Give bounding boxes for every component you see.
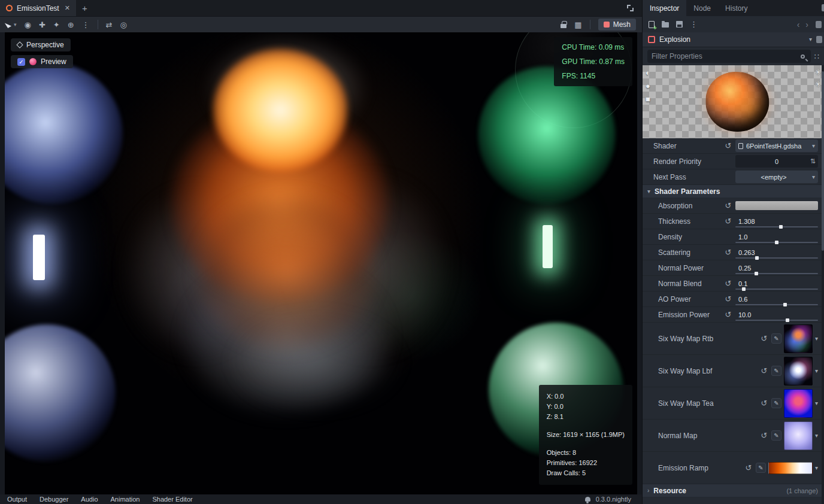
revert-icon[interactable]: ↺ [759, 431, 769, 440]
revert-icon[interactable]: ↺ [723, 248, 733, 257]
texture-thumbnail-rtb[interactable] [784, 324, 813, 353]
edit-resource-icon[interactable]: ✎ [771, 366, 781, 376]
revert-icon[interactable]: ↺ [723, 294, 733, 303]
density-slider[interactable]: 1.0 [735, 231, 818, 243]
new-resource-icon[interactable] [649, 21, 655, 28]
bottom-panel-audio[interactable]: Audio [81, 496, 98, 503]
focus-tool-icon[interactable]: ◎ [120, 21, 127, 29]
preview-box-icon[interactable]: ■ [646, 95, 650, 104]
mesh-mode-button[interactable]: Mesh [598, 19, 636, 31]
scattering-slider[interactable]: 0.263 [735, 247, 818, 259]
texture-thumbnail-normal-map[interactable] [784, 421, 813, 450]
select-tool-dropdown-icon[interactable]: ▾ [14, 22, 17, 28]
scrollbar-thumb[interactable] [822, 71, 824, 251]
emission-power-slider[interactable]: 10.0 [735, 309, 818, 321]
shader-resource-picker[interactable]: 6PointTestH.gdsha ▾ [735, 139, 818, 152]
revert-icon[interactable]: ↺ [723, 201, 733, 210]
normal-power-slider[interactable]: 0.25 [735, 262, 818, 274]
edit-resource-icon[interactable]: ✎ [771, 398, 781, 408]
toolbar-menu-icon[interactable]: ⋮ [82, 21, 90, 29]
resource-menu-icon[interactable]: ⋮ [690, 20, 698, 28]
revert-icon[interactable]: ↺ [744, 463, 753, 472]
revert-icon[interactable]: ↺ [723, 217, 733, 226]
filter-properties-box[interactable] [647, 50, 811, 63]
chevron-down-icon[interactable]: ▾ [815, 465, 818, 471]
tab-inspector[interactable]: Inspector [643, 0, 686, 16]
preview-light2-icon[interactable]: ✳ [815, 80, 821, 89]
move-tool-icon[interactable]: ✚ [39, 21, 46, 29]
slider-grabber[interactable] [742, 287, 746, 291]
chevron-down-icon[interactable]: ▾ [815, 433, 818, 439]
spinner-arrows-icon[interactable]: ⇅ [810, 157, 816, 165]
blue-light-sphere-top [5, 63, 123, 204]
property-tools-icon[interactable]: ∷ [814, 52, 819, 61]
section-resource[interactable]: › Resource (1 change) [643, 484, 824, 497]
scene-tab-emissiontest[interactable]: EmissionTest ✕ [0, 0, 76, 16]
history-back-icon[interactable]: ‹ [797, 20, 800, 29]
bottom-panel-output[interactable]: Output [7, 496, 27, 503]
tab-node[interactable]: Node [686, 0, 718, 16]
viewport-3d[interactable]: Perspective ✓ Preview CPU Time: 0.09 ms … [5, 32, 637, 494]
chevron-down-icon[interactable]: ▾ [809, 37, 812, 42]
expand-viewport-icon[interactable] [627, 5, 634, 11]
flare-tool-icon[interactable]: ✦ [53, 21, 60, 29]
slider-grabber[interactable] [779, 225, 783, 229]
preview-light1-icon[interactable]: ✳ [815, 68, 821, 77]
texture-thumbnail-lbf[interactable] [784, 357, 813, 385]
section-shader-parameters[interactable]: ▾ Shader Parameters [643, 185, 824, 198]
preview-light-icon[interactable]: ◐ [646, 68, 650, 77]
next-pass-picker[interactable]: <empty> ▾ [735, 171, 818, 183]
filter-properties-input[interactable] [652, 52, 798, 60]
chevron-down-icon[interactable]: ▾ [815, 400, 818, 406]
load-resource-icon[interactable] [662, 22, 669, 28]
close-tab-icon[interactable]: ✕ [65, 4, 70, 12]
shader-file-name: 6PointTestH.gdsha [746, 142, 809, 150]
add-tab-button[interactable]: + [76, 0, 93, 16]
preview-sphere-icon[interactable]: ● [646, 81, 650, 90]
gradient-ramp-thumbnail[interactable] [768, 462, 813, 474]
save-resource-icon[interactable] [676, 21, 683, 28]
slider-grabber[interactable] [775, 241, 778, 244]
revert-icon[interactable]: ↺ [723, 279, 733, 288]
absorption-color-swatch[interactable] [735, 201, 818, 210]
transform-snap-icon[interactable]: ⇄ [106, 21, 113, 29]
ao-power-slider[interactable]: 0.6 [735, 293, 818, 305]
inspector-scrollbar[interactable] [822, 65, 824, 504]
edit-resource-icon[interactable]: ✎ [771, 333, 781, 344]
edit-resource-icon[interactable]: ✎ [771, 430, 781, 441]
texture-thumbnail-tea[interactable] [784, 389, 813, 418]
slider-grabber[interactable] [755, 272, 758, 275]
bottom-panel-animation[interactable]: Animation [111, 496, 140, 503]
revert-icon[interactable]: ↺ [759, 334, 769, 343]
notification-bell-icon[interactable] [585, 497, 590, 502]
chevron-down-icon[interactable]: ▾ [815, 368, 818, 374]
environment-tool-icon[interactable]: ⊕ [68, 21, 74, 29]
material-preview-toggle[interactable]: ✓ Preview [11, 55, 73, 68]
chevron-down-icon[interactable]: ▾ [815, 336, 818, 342]
normal-blend-slider[interactable]: 0.1 [735, 278, 818, 290]
history-forward-icon[interactable]: › [805, 20, 808, 29]
revert-icon[interactable]: ↺ [723, 310, 733, 319]
slider-grabber[interactable] [755, 256, 759, 260]
revert-icon[interactable]: ↺ [723, 141, 733, 150]
edited-object-row[interactable]: Explosion ▾ [643, 32, 824, 47]
slider-grabber[interactable] [783, 303, 787, 306]
render-priority-spinbox[interactable]: 0 ⇅ [735, 155, 818, 168]
snap-grid-icon[interactable]: ▦ [574, 21, 581, 29]
slider-grabber[interactable] [786, 318, 789, 322]
revert-icon[interactable]: ↺ [759, 366, 769, 375]
select-tool-icon[interactable] [6, 22, 10, 28]
lock-icon[interactable] [561, 21, 566, 28]
thickness-slider[interactable]: 1.308 [735, 215, 818, 227]
bottom-panel-debugger[interactable]: Debugger [40, 496, 68, 503]
tab-history[interactable]: History [718, 0, 755, 16]
property-label: Density [658, 233, 721, 241]
preview-checkbox[interactable]: ✓ [17, 58, 25, 66]
perspective-menu-button[interactable]: Perspective [11, 38, 71, 51]
toolbar-separator [590, 20, 590, 29]
property-row-render-priority: Render Priority 0 ⇅ [643, 154, 824, 169]
material-tool-icon[interactable]: ◉ [25, 21, 31, 29]
edit-resource-icon[interactable]: ✎ [756, 463, 766, 473]
bottom-panel-shader-editor[interactable]: Shader Editor [152, 496, 192, 503]
revert-icon[interactable]: ↺ [759, 399, 769, 408]
